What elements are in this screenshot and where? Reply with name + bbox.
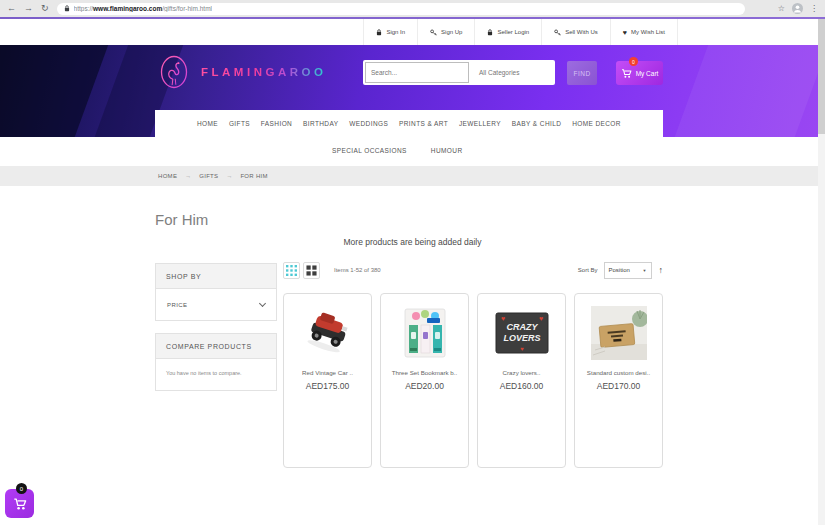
sort-direction-button[interactable]: ↑ — [659, 266, 664, 275]
sell-with-us-link[interactable]: Sell With Us — [541, 19, 610, 45]
sort-select[interactable]: Position ▼ — [604, 262, 652, 279]
svg-text:♥: ♥ — [520, 346, 524, 352]
breadcrumb: HOME → GIFTS → FOR HIM — [0, 166, 825, 186]
price-filter-toggle[interactable]: PRICE — [156, 289, 276, 320]
grid-view-icon — [286, 265, 297, 276]
shop-by-panel: SHOP BY PRICE — [155, 263, 277, 321]
find-button[interactable]: FIND — [567, 61, 597, 85]
price-filter-label: PRICE — [167, 302, 187, 308]
brand-name: FLAMINGAROO — [201, 66, 326, 78]
header-decor-stripe — [665, 45, 825, 137]
scrollbar-thumb[interactable] — [818, 19, 825, 134]
svg-text:♥: ♥ — [538, 315, 542, 322]
nav-item-baby-child[interactable]: BABY & CHILD — [512, 120, 561, 127]
category-selected: All Categories — [479, 69, 519, 76]
breadcrumb-home[interactable]: HOME — [158, 173, 177, 179]
breadcrumb-for-him: FOR HIM — [240, 173, 267, 179]
bookmark-star-icon[interactable]: ☆ — [778, 5, 785, 13]
nav-item-humour[interactable]: HUMOUR — [431, 147, 463, 154]
product-card[interactable]: Red Vintage Car .. AED175.00 — [283, 293, 372, 468]
address-bar[interactable]: https://www.flamingaroo.com/gifts/for-hi… — [57, 3, 745, 15]
sidebar: SHOP BY PRICE COMPARE PRODUCTS You have … — [155, 263, 277, 403]
utility-label: Seller Login — [497, 29, 529, 35]
browser-toolbar: ← → ↻ https://www.flamingaroo.com/gifts/… — [0, 0, 825, 17]
nav-item-home[interactable]: HOME — [197, 120, 218, 127]
nav-item-weddings[interactable]: WEDDINGS — [349, 120, 388, 127]
product-image[interactable] — [299, 305, 357, 361]
product-card[interactable]: Three Set Bookmark b.. AED20.00 — [380, 293, 469, 468]
site-logo[interactable]: FLAMINGAROO — [155, 53, 326, 91]
product-price: AED170.00 — [597, 381, 640, 391]
sign-in-link[interactable]: Sign In — [363, 19, 417, 45]
nav-item-prints-art[interactable]: PRINTS & ART — [399, 120, 448, 127]
seller-login-link[interactable]: Seller Login — [474, 19, 541, 45]
utility-label: My Wish List — [631, 29, 665, 35]
category-dropdown[interactable]: All Categories — [469, 62, 553, 83]
product-title[interactable]: Red Vintage Car .. — [302, 369, 353, 376]
utility-bar: Sign In Sign Up Seller Login Sell With U… — [363, 19, 678, 45]
page-note: More products are being added daily — [0, 237, 825, 247]
forward-icon[interactable]: → — [24, 4, 33, 13]
breadcrumb-separator-icon: → — [185, 173, 191, 179]
product-title[interactable]: Crazy lovers.. — [503, 369, 541, 376]
product-price: AED160.00 — [500, 381, 543, 391]
lock-icon — [64, 5, 70, 12]
nav-item-home-decor[interactable]: HOME DECOR — [572, 120, 621, 127]
chevron-down-icon — [259, 299, 266, 306]
nav-item-birthday[interactable]: BIRTHDAY — [303, 120, 338, 127]
cart-label: My Cart — [636, 70, 659, 77]
product-grid: Red Vintage Car .. AED175.00 — [283, 293, 663, 468]
lock-icon — [487, 29, 493, 36]
svg-text:CRAZY: CRAZY — [506, 322, 538, 332]
product-title[interactable]: Standard custom desi.. — [587, 369, 650, 376]
chevron-down-icon: ▼ — [643, 268, 647, 273]
browser-window: ← → ↻ https://www.flamingaroo.com/gifts/… — [0, 0, 825, 525]
page-title: For Him — [155, 211, 208, 228]
product-card[interactable]: CRAZY LOVERS ♥ ♥ ♥ Crazy lovers.. AED160… — [477, 293, 566, 468]
nav-item-jewellery[interactable]: JEWELLERY — [459, 120, 501, 127]
cart-count-badge: 0 — [629, 57, 638, 66]
list-view-icon — [306, 265, 317, 276]
listing-toolbar: Items 1-52 of 380 Sort By Position ▼ ↑ — [283, 259, 663, 281]
grid-view-button[interactable] — [283, 262, 300, 279]
heart-icon: ♥ — [623, 29, 627, 36]
cart-icon — [13, 497, 27, 511]
nav-item-fashion[interactable]: FASHION — [261, 120, 292, 127]
key-icon — [430, 29, 437, 36]
product-image[interactable]: CRAZY LOVERS ♥ ♥ ♥ — [493, 305, 551, 361]
product-image[interactable] — [590, 305, 648, 361]
items-count: Items 1-52 of 380 — [334, 267, 381, 273]
compare-empty-text: You have no items to compare. — [156, 359, 276, 390]
nav-item-gifts[interactable]: GIFTS — [229, 120, 250, 127]
nav-item-special-occasions[interactable]: SPECIAL OCCASIONS — [332, 147, 407, 154]
sort-selected-value: Position — [609, 267, 630, 273]
shop-by-title: SHOP BY — [156, 264, 276, 289]
product-card[interactable]: Standard custom desi.. AED170.00 — [574, 293, 663, 468]
cart-icon — [621, 68, 632, 79]
utility-label: Sell With Us — [565, 29, 598, 35]
back-icon[interactable]: ← — [7, 4, 16, 13]
profile-avatar-icon[interactable] — [792, 3, 803, 14]
sign-up-link[interactable]: Sign Up — [417, 19, 474, 45]
secondary-nav: SPECIAL OCCASIONS HUMOUR — [0, 137, 825, 164]
utility-label: Sign Up — [441, 29, 462, 35]
product-image[interactable] — [396, 305, 454, 361]
list-view-button[interactable] — [303, 262, 320, 279]
my-cart-button[interactable]: 0 My Cart — [616, 61, 663, 85]
primary-nav: HOME GIFTS FASHION BIRTHDAY WEDDINGS PRI… — [155, 110, 663, 137]
floating-cart-button[interactable]: 0 — [5, 489, 34, 518]
page-scrollbar[interactable] — [818, 19, 825, 525]
breadcrumb-separator-icon: → — [226, 173, 232, 179]
product-price: AED20.00 — [405, 381, 444, 391]
browser-menu-icon[interactable]: ⋮ — [810, 5, 818, 13]
breadcrumb-gifts[interactable]: GIFTS — [199, 173, 218, 179]
my-wish-list-link[interactable]: ♥ My Wish List — [610, 19, 678, 45]
floating-cart-badge: 0 — [16, 483, 27, 494]
reload-icon[interactable]: ↻ — [41, 4, 49, 13]
product-title[interactable]: Three Set Bookmark b.. — [392, 369, 457, 376]
search-input[interactable] — [365, 62, 469, 83]
svg-text:LOVERS: LOVERS — [503, 333, 540, 343]
url-text: https://www.flamingaroo.com/gifts/for-hi… — [74, 5, 212, 12]
compare-products-title: COMPARE PRODUCTS — [156, 334, 276, 359]
svg-text:♥: ♥ — [500, 315, 504, 322]
